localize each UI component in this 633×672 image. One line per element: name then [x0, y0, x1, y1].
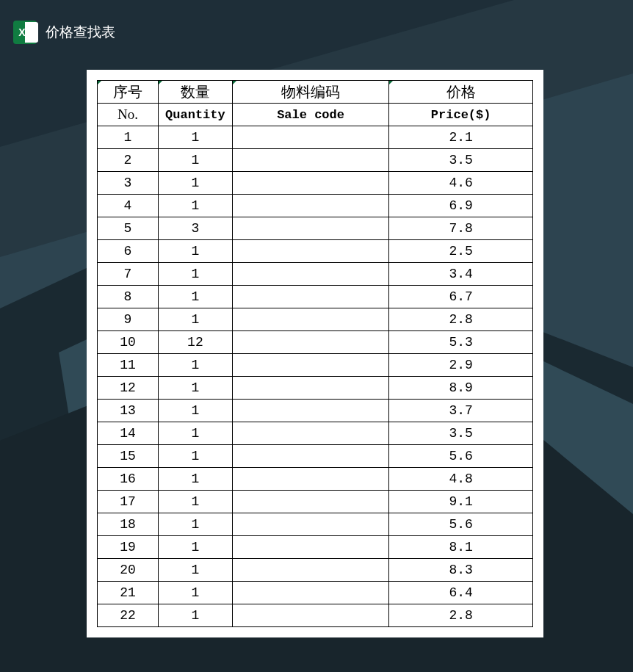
table-row: 2018.3	[98, 559, 533, 582]
cell-price: 2.8	[389, 604, 533, 627]
cell-no: 12	[98, 377, 159, 400]
cell-code	[232, 126, 388, 149]
table-row: 1815.6	[98, 513, 533, 536]
cell-no: 19	[98, 536, 159, 559]
header-row-en: No. Quantity Sale code Price($)	[98, 104, 533, 126]
cell-code	[232, 263, 388, 286]
cell-no: 18	[98, 513, 159, 536]
cell-price: 5.6	[389, 445, 533, 468]
excel-icon-letter: X	[18, 26, 25, 38]
cell-no: 14	[98, 422, 159, 445]
cell-no: 22	[98, 604, 159, 627]
cell-no: 21	[98, 582, 159, 604]
table-row: 213.5	[98, 149, 533, 172]
table-row: 1918.1	[98, 536, 533, 559]
cell-code	[232, 468, 388, 491]
cell-qty: 1	[159, 536, 233, 559]
cell-code	[232, 308, 388, 331]
cell-code	[232, 491, 388, 513]
cell-qty: 12	[159, 331, 233, 354]
cell-no: 10	[98, 331, 159, 354]
cell-price: 3.4	[389, 263, 533, 286]
cell-price: 9.1	[389, 491, 533, 513]
cell-no: 2	[98, 149, 159, 172]
cell-qty: 1	[159, 195, 233, 217]
cell-qty: 1	[159, 422, 233, 445]
cell-qty: 1	[159, 491, 233, 513]
cell-price: 8.9	[389, 377, 533, 400]
cell-qty: 1	[159, 604, 233, 627]
table-row: 416.9	[98, 195, 533, 217]
cell-qty: 1	[159, 149, 233, 172]
col-header-code-cn: 物料编码	[232, 81, 388, 104]
cell-no: 3	[98, 172, 159, 195]
cell-no: 8	[98, 286, 159, 308]
cell-qty: 1	[159, 286, 233, 308]
table-row: 1719.1	[98, 491, 533, 513]
cell-price: 8.1	[389, 536, 533, 559]
cell-no: 7	[98, 263, 159, 286]
price-table: 序号 数量 物料编码 价格 No. Quantity Sale code Pri…	[97, 80, 533, 627]
table-row: 816.7	[98, 286, 533, 308]
cell-qty: 1	[159, 468, 233, 491]
col-header-price-cn: 价格	[389, 81, 533, 104]
cell-code	[232, 559, 388, 582]
cell-price: 3.5	[389, 422, 533, 445]
cell-code	[232, 354, 388, 377]
cell-price: 4.6	[389, 172, 533, 195]
cell-code	[232, 604, 388, 627]
cell-code	[232, 377, 388, 400]
cell-qty: 1	[159, 172, 233, 195]
cell-qty: 1	[159, 308, 233, 331]
table-row: 1614.8	[98, 468, 533, 491]
cell-qty: 1	[159, 377, 233, 400]
cell-price: 2.8	[389, 308, 533, 331]
col-header-no-en: No.	[98, 104, 159, 126]
cell-qty: 1	[159, 513, 233, 536]
cell-code	[232, 582, 388, 604]
cell-code	[232, 172, 388, 195]
col-header-qty-en: Quantity	[159, 104, 233, 126]
cell-no: 4	[98, 195, 159, 217]
cell-code	[232, 513, 388, 536]
page-title: 价格查找表	[46, 23, 115, 42]
cell-no: 16	[98, 468, 159, 491]
cell-code	[232, 217, 388, 240]
cell-price: 6.7	[389, 286, 533, 308]
cell-qty: 1	[159, 582, 233, 604]
cell-price: 6.4	[389, 582, 533, 604]
cell-price: 3.7	[389, 400, 533, 422]
cell-qty: 1	[159, 263, 233, 286]
cell-qty: 3	[159, 217, 233, 240]
table-row: 2212.8	[98, 604, 533, 627]
cell-no: 6	[98, 240, 159, 263]
cell-qty: 1	[159, 559, 233, 582]
table-row: 612.5	[98, 240, 533, 263]
table-row: 2116.4	[98, 582, 533, 604]
cell-code	[232, 400, 388, 422]
table-row: 1413.5	[98, 422, 533, 445]
table-body: 112.1213.5314.6416.9537.8612.5713.4816.7…	[98, 126, 533, 627]
cell-price: 7.8	[389, 217, 533, 240]
cell-no: 9	[98, 308, 159, 331]
table-row: 1112.9	[98, 354, 533, 377]
table-row: 1218.9	[98, 377, 533, 400]
header-row-cn: 序号 数量 物料编码 价格	[98, 81, 533, 104]
col-header-qty-cn: 数量	[159, 81, 233, 104]
cell-code	[232, 149, 388, 172]
cell-no: 1	[98, 126, 159, 149]
cell-code	[232, 331, 388, 354]
table-row: 112.1	[98, 126, 533, 149]
cell-qty: 1	[159, 354, 233, 377]
col-header-code-en: Sale code	[232, 104, 388, 126]
cell-no: 13	[98, 400, 159, 422]
cell-code	[232, 195, 388, 217]
cell-code	[232, 445, 388, 468]
cell-qty: 1	[159, 240, 233, 263]
table-row: 912.8	[98, 308, 533, 331]
cell-price: 3.5	[389, 149, 533, 172]
table-row: 314.6	[98, 172, 533, 195]
cell-price: 2.1	[389, 126, 533, 149]
cell-price: 5.6	[389, 513, 533, 536]
table-row: 10125.3	[98, 331, 533, 354]
